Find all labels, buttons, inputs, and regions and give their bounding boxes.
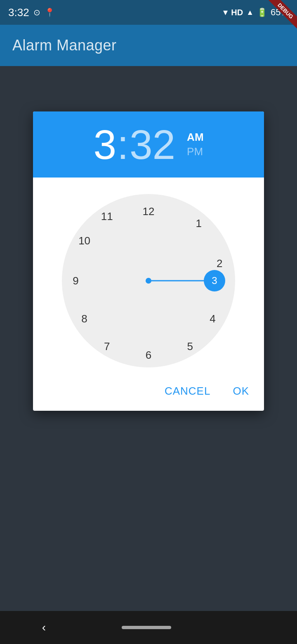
svg-text:3: 3: [212, 275, 217, 286]
clock-num-5[interactable]: 5: [183, 339, 198, 354]
battery-percent: 65%: [271, 7, 289, 18]
notification-icon: ⊙: [33, 7, 40, 17]
battery-icon: 🔋: [257, 7, 267, 17]
time-display: 3 : 32: [93, 124, 175, 165]
app-bar: Alarm Manager: [0, 25, 297, 66]
clock-num-12[interactable]: 12: [141, 204, 156, 219]
clock-num-8[interactable]: 8: [77, 311, 92, 326]
clock-num-2[interactable]: 2: [212, 256, 227, 271]
location-icon: 📍: [45, 7, 55, 17]
clock-num-6[interactable]: 6: [141, 348, 156, 363]
svg-point-1: [146, 278, 151, 284]
home-indicator[interactable]: [122, 626, 171, 629]
clock-num-7[interactable]: 7: [99, 339, 114, 354]
time-minutes[interactable]: 32: [130, 124, 175, 165]
time-hour[interactable]: 3: [93, 124, 116, 165]
wifi-icon: ▾: [223, 7, 228, 18]
clock-num-10[interactable]: 10: [77, 233, 92, 248]
status-right-area: ▾ HD ▲ 🔋 65%: [223, 7, 289, 18]
time-colon: :: [117, 124, 129, 165]
status-time: 3:32: [8, 6, 29, 19]
time-header: 3 : 32 AM PM: [33, 111, 264, 178]
app-title: Alarm Manager: [12, 37, 117, 54]
pm-button[interactable]: PM: [187, 144, 203, 159]
status-bar: 3:32 ⊙ 📍 ▾ HD ▲ 🔋 65%: [0, 0, 297, 25]
ampm-container: AM PM: [187, 130, 203, 159]
time-picker-dialog: 3 : 32 AM PM 3: [33, 111, 264, 411]
clock-num-4[interactable]: 4: [205, 311, 220, 326]
hd-label: HD: [231, 8, 243, 17]
bottom-navigation: ‹: [0, 611, 297, 644]
signal-icon: ▲: [246, 8, 254, 17]
clock-face-container[interactable]: 3 12 1 2 4 5 6 7 8: [62, 194, 235, 367]
clock-num-11[interactable]: 11: [99, 209, 114, 224]
clock-body: 3 12 1 2 4 5 6 7 8: [33, 178, 264, 372]
ok-button[interactable]: OK: [228, 381, 254, 401]
back-button[interactable]: ‹: [34, 617, 54, 638]
clock-num-9[interactable]: 9: [68, 273, 83, 288]
cancel-button[interactable]: CANCEL: [160, 381, 215, 401]
dialog-actions: CANCEL OK: [33, 372, 264, 411]
am-button[interactable]: AM: [187, 130, 203, 144]
clock-svg: 3: [62, 194, 235, 367]
clock-circle[interactable]: 3 12 1 2 4 5 6 7 8: [62, 194, 235, 367]
clock-num-1[interactable]: 1: [191, 216, 206, 231]
status-time-area: 3:32 ⊙ 📍: [8, 6, 55, 19]
